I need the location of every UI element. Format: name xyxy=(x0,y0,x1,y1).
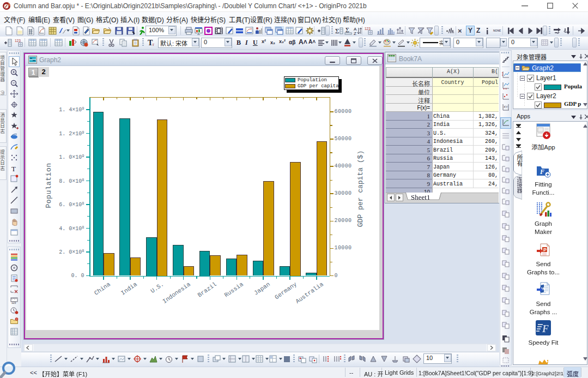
svg-text:r: r xyxy=(153,41,154,47)
svg-text:P: P xyxy=(543,247,547,253)
svg-text:Σ: Σ xyxy=(335,27,340,35)
svg-text:XY: XY xyxy=(504,105,508,109)
svg-text:F: F xyxy=(539,168,544,176)
svg-text:123: 123 xyxy=(11,301,16,304)
svg-text:F: F xyxy=(542,323,549,334)
svg-text:Z: Z xyxy=(354,31,356,35)
svg-text:123: 123 xyxy=(365,27,371,31)
svg-text:T: T xyxy=(11,165,16,173)
svg-text:123: 123 xyxy=(15,39,21,43)
